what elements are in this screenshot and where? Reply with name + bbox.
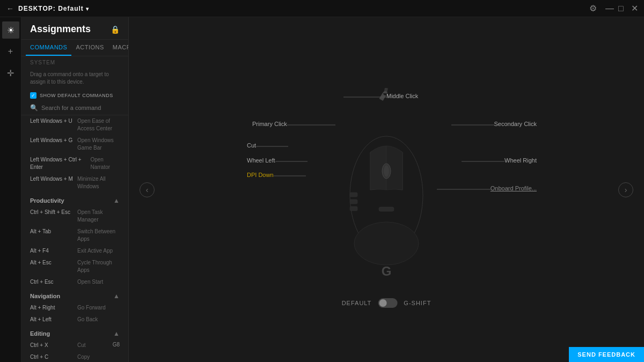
title-bar-left: ← DESKTOP: Default ▾ (6, 4, 89, 13)
svg-rect-4 (350, 200, 357, 204)
title-dropdown-icon[interactable]: ▾ (86, 6, 89, 12)
section-editing[interactable]: Editing ▲ (21, 326, 128, 339)
list-item[interactable]: Alt + Left Go Back (21, 314, 128, 326)
show-default-label: SHOW DEFAULT COMMANDS (40, 93, 113, 98)
tab-macros[interactable]: MACROS (108, 40, 129, 56)
secondary-click-label: Secondary Click (494, 120, 537, 128)
maximize-button[interactable]: □ (618, 5, 625, 12)
sidebar-item-add[interactable]: + (2, 43, 19, 60)
title-bar: ← DESKTOP: Default ▾ ⚙ — □ ✕ (0, 0, 644, 17)
prev-arrow[interactable]: ‹ (140, 182, 155, 197)
tab-actions[interactable]: ACTIONS (71, 40, 108, 56)
onboard-profile-label[interactable]: Onboard Profile... (491, 184, 537, 192)
next-arrow[interactable]: › (618, 182, 633, 197)
title-bar-controls: ⚙ — □ ✕ (589, 3, 638, 13)
list-item[interactable]: Alt + Right Go Forward (21, 302, 128, 314)
list-item[interactable]: Left Windows + Ctrl + Enter Open Narrato… (21, 154, 128, 173)
gear-icon[interactable]: ⚙ (589, 3, 597, 13)
default-label: DEFAULT (342, 300, 372, 306)
panel-title: Assignments (30, 24, 91, 35)
chevron-up-icon: ▲ (113, 292, 120, 300)
svg-text:G: G (382, 264, 392, 278)
show-default-checkbox[interactable]: ✓ (30, 92, 36, 99)
search-input[interactable] (41, 105, 120, 111)
profile-toggle: DEFAULT G-SHIFT (342, 298, 431, 308)
svg-point-6 (354, 222, 419, 265)
chevron-up-icon: ▲ (113, 197, 120, 204)
list-item[interactable]: Left Windows + M Minimize All Windows (21, 173, 128, 193)
mouse-image: G (327, 88, 445, 292)
sidebar-item-home[interactable]: ☀ (2, 21, 19, 39)
command-list: Left Windows + U Open Ease of Access Cen… (21, 115, 128, 362)
send-feedback-button[interactable]: SEND FEEDBACK (569, 347, 644, 362)
list-item[interactable]: Ctrl + Esc Open Start (21, 276, 128, 288)
system-label: SYSTEM (21, 56, 128, 69)
panel-header: Assignments 🔒 (21, 17, 128, 40)
list-item[interactable]: Left Windows + G Open Windows Game Bar (21, 135, 128, 154)
wheel-right-label: Wheel Right (504, 157, 537, 164)
sidebar-item-crosshair[interactable]: ✛ (2, 64, 19, 82)
main-content: ‹ › (129, 17, 644, 362)
close-button[interactable]: ✕ (631, 5, 638, 12)
primary-click-label: Primary Click (252, 120, 287, 128)
list-item[interactable]: Alt + Tab Switch Between Apps (21, 226, 128, 245)
list-item[interactable]: Left Windows + U Open Ease of Access Cen… (21, 115, 128, 135)
chevron-up-icon: ▲ (113, 330, 120, 337)
cut-label: Cut (247, 142, 256, 149)
gshift-label: G-SHIFT (404, 300, 431, 306)
section-navigation[interactable]: Navigation ▲ (21, 288, 128, 302)
lock-icon: 🔒 (111, 25, 120, 34)
section-productivity[interactable]: Productivity ▲ (21, 193, 128, 206)
svg-rect-5 (350, 206, 357, 211)
window-controls: — □ ✕ (605, 5, 638, 12)
assignments-panel: Assignments 🔒 COMMANDS ACTIONS MACROS SY… (21, 17, 129, 362)
toggle-knob (379, 299, 386, 307)
gshift-toggle-switch[interactable] (378, 298, 397, 308)
back-button[interactable]: ← (6, 4, 14, 13)
middle-click-label: Middle Click (386, 92, 418, 100)
dpi-down-label: DPI Down (247, 171, 274, 179)
list-item[interactable]: Alt + Esc Cycle Through Apps (21, 257, 128, 276)
svg-point-2 (384, 165, 389, 177)
list-item[interactable]: Ctrl + C Copy (21, 351, 128, 362)
list-item[interactable]: Ctrl + Shift + Esc Open Task Manager (21, 206, 128, 226)
list-item[interactable]: Alt + F4 Exit Active App (21, 245, 128, 257)
wheel-left-label: Wheel Left (247, 157, 275, 164)
tab-commands[interactable]: COMMANDS (26, 40, 71, 56)
svg-rect-3 (350, 193, 357, 197)
tab-bar: COMMANDS ACTIONS MACROS (21, 40, 128, 56)
icon-bar: ☀ + ✛ (0, 17, 21, 362)
show-default-row[interactable]: ✓ SHOW DEFAULT COMMANDS (21, 90, 128, 101)
drag-hint: Drag a command onto a target to assign i… (21, 69, 128, 90)
minimize-button[interactable]: — (605, 5, 612, 12)
list-item[interactable]: Ctrl + X Cut G8 (21, 339, 128, 351)
main-layout: ☀ + ✛ Assignments 🔒 COMMANDS ACTIONS MAC… (0, 17, 644, 362)
mouse-diagram: G Middle Click Primary Click Secondary C… (252, 56, 521, 324)
search-row: 🔍 (21, 101, 128, 115)
title-bar-title: DESKTOP: Default ▾ (18, 5, 89, 12)
search-icon: 🔍 (30, 104, 38, 112)
svg-rect-8 (379, 207, 394, 211)
